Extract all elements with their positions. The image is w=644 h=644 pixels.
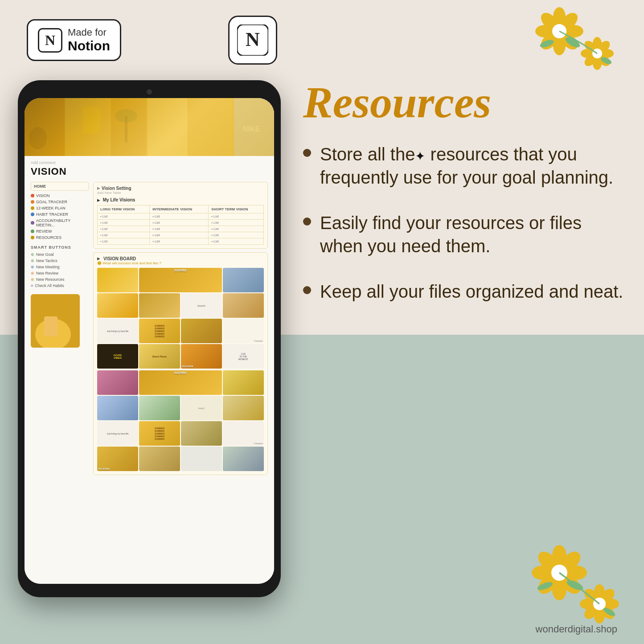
vb-cell: SUMMERSUMMERSUMMERSUMMERSUMMER	[139, 319, 180, 343]
vb-cell: beach	[181, 396, 222, 420]
sidebar-item[interactable]: HABIT TRACKER	[31, 211, 89, 217]
vb-cell	[223, 396, 264, 420]
smart-btn[interactable]: ⊕ New Meeting	[31, 264, 89, 270]
sidebar-home-bar: HOME	[31, 182, 89, 191]
sidebar-item[interactable]: 12-WEEK PLAN	[31, 205, 89, 211]
smart-btn-label: New Meeting	[36, 265, 60, 269]
sidebar-label: ACCOUNTABILITY MEETIN...	[36, 218, 89, 227]
dot-icon	[31, 230, 34, 233]
table-cell: • List	[150, 226, 209, 232]
vision-board-grid: INSPIRE beach	[97, 268, 264, 369]
table-row: • List • List • List	[98, 238, 264, 245]
svg-text:N: N	[246, 29, 260, 50]
vision-board-section: ▶ VISION BOARD 😊 What will success look …	[93, 252, 268, 475]
smart-btn-label: New Review	[36, 271, 58, 275]
vb-cell: GOODVIBES	[97, 344, 138, 369]
table-cell: • List	[150, 232, 209, 238]
smart-btn-label: Check All Habits	[35, 283, 64, 288]
bullet-dot-icon	[303, 217, 311, 226]
notion-page-inner: Add comment VISION HOME VISION	[25, 156, 274, 565]
vision-board-grid-2: INSPIRE beach	[97, 370, 264, 471]
smart-btn[interactable]: ⊕ New Goal	[31, 251, 89, 258]
bullet-dot-icon	[303, 286, 311, 294]
sidebar-item[interactable]: VISION	[31, 193, 89, 199]
bullet-point-2: Easily find your resources or files when…	[303, 211, 626, 258]
notion-add-comment: Add comment	[31, 160, 268, 165]
vb-cell: VACATION	[181, 344, 222, 369]
vb-cell	[139, 447, 180, 471]
notion-logo-large: N	[228, 16, 277, 65]
vb-cell	[181, 319, 222, 343]
sidebar-label: 12-WEEK PLAN	[36, 206, 66, 210]
smart-btn[interactable]: ⊕ New Review	[31, 270, 89, 276]
bullet-dot-icon	[303, 149, 311, 157]
vb-cell: INSPIRE	[139, 370, 222, 395]
notion-layout: HOME VISION GOAL TRACKER 1	[31, 182, 268, 565]
vb-cell: Freedom	[223, 319, 264, 343]
vision-setting-header: ▶ Vision Setting	[97, 186, 264, 191]
made-for-text: Made for Notion	[68, 27, 110, 53]
sidebar-item[interactable]: ACCOUNTABILITY MEETIN...	[31, 217, 89, 228]
table-cell: • List	[98, 238, 150, 245]
tablet-camera	[147, 89, 152, 94]
table-row: • List • List • List	[98, 220, 264, 226]
vb-cell: VACATION	[97, 447, 138, 471]
tablet-screen: NIKE Add comment VISION HOME VISION	[25, 98, 274, 584]
dot-icon	[31, 221, 34, 225]
vb-cell: INSPIRE	[139, 268, 222, 292]
vision-board-header: ▶ VISION BOARD	[97, 256, 264, 261]
sidebar-label: GOAL TRACKER	[36, 200, 67, 204]
vb-cell	[97, 396, 138, 420]
website-footer: wonderdigital.shop	[536, 623, 617, 635]
dot-icon	[31, 200, 34, 204]
vision-setting-label: Vision Setting	[102, 186, 131, 191]
star-icon: ✦	[415, 148, 425, 164]
dot-icon	[31, 213, 34, 216]
bullet-points-list: Store all the✦ resources that you freque…	[303, 143, 626, 303]
svg-rect-25	[111, 98, 147, 156]
table-header: LONG TERM VISION	[98, 205, 150, 213]
table-row: • List • List • List	[98, 232, 264, 238]
vb-cell	[139, 293, 180, 318]
smart-btn[interactable]: ≡ Check All Habits	[31, 283, 89, 289]
svg-rect-26	[148, 98, 188, 156]
vb-cell: Just living my best life	[97, 319, 138, 343]
vb-cell	[97, 370, 138, 395]
notion-page: NIKE Add comment VISION HOME VISION	[25, 98, 274, 584]
svg-text:NIKE: NIKE	[243, 125, 260, 133]
success-question: 😊 What will success look and feel like ?	[97, 261, 264, 265]
smart-btn[interactable]: ⊕ New Tactics	[31, 258, 89, 264]
bullet-text-1: Store all the✦ resources that you freque…	[320, 143, 626, 189]
table-cell: • List	[150, 220, 209, 226]
vb-cell	[223, 370, 264, 395]
table-cell: • List	[209, 238, 264, 245]
table-cell: • List	[98, 232, 150, 238]
bullet-point-3: Keep all your files organized and neat.	[303, 280, 626, 303]
smart-btn[interactable]: ⊕ New Resources	[31, 276, 89, 283]
resources-title: Resources	[303, 80, 626, 125]
toggle-arrow-icon: ▶	[97, 186, 100, 190]
table-cell: • List	[209, 232, 264, 238]
smart-btn-label: New Goal	[36, 252, 54, 257]
table-cell: • List	[209, 220, 264, 226]
svg-point-32	[115, 109, 137, 123]
tablet-frame: NIKE Add comment VISION HOME VISION	[18, 80, 281, 597]
dot-icon	[31, 194, 34, 197]
vb-cell	[97, 293, 138, 318]
flowers-bottom-right	[524, 528, 622, 617]
table-cell: • List	[98, 213, 150, 220]
add-new-table[interactable]: Add New Table	[97, 191, 264, 195]
bullet-text-3: Keep all your files organized and neat.	[320, 280, 623, 303]
sidebar-item[interactable]: REVIEW	[31, 228, 89, 234]
table-cell: • List	[150, 213, 209, 220]
svg-rect-23	[25, 98, 65, 156]
sidebar-item[interactable]: GOAL TRACKER	[31, 199, 89, 205]
table-cell: • List	[150, 238, 209, 245]
vision-board-label: VISION BOARD	[103, 256, 136, 261]
sidebar-image	[31, 294, 80, 348]
smart-btn-label: New Resources	[36, 277, 65, 282]
table-cell: • List	[98, 220, 150, 226]
made-for-notion-badge: N Made for Notion	[27, 19, 121, 61]
sidebar-item[interactable]: RESOURCES	[31, 234, 89, 241]
bullet-text-2: Easily find your resources or files when…	[320, 211, 626, 258]
